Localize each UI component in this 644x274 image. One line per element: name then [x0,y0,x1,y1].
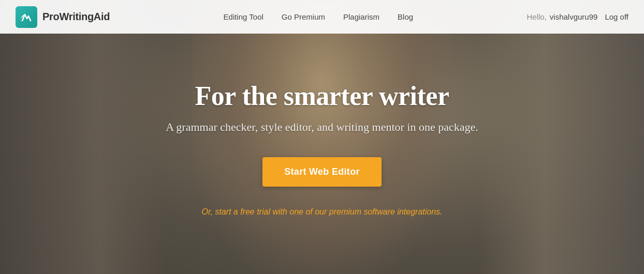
logo-icon [16,6,37,28]
nav-link-blog[interactable]: Blog [398,12,413,21]
hero-subtitle: A grammar checker, style editor, and wri… [166,120,478,134]
hero-title: For the smarter writer [195,81,449,111]
logo-svg [20,10,33,24]
nav-item-go-premium[interactable]: Go Premium [282,12,325,22]
hello-label: Hello, [526,12,546,21]
logo-link[interactable]: ProWritingAid [16,6,110,28]
hero-footer-text: Or, start a free trial with one of our p… [201,207,442,217]
nav-link-editing-tool[interactable]: Editing Tool [224,12,264,21]
nav-item-editing-tool[interactable]: Editing Tool [224,12,264,22]
hero-content: For the smarter writer A grammar checker… [0,0,644,274]
nav-item-blog[interactable]: Blog [398,12,413,22]
nav-link-plagiarism[interactable]: Plagiarism [343,12,379,21]
navbar: ProWritingAid Editing Tool Go Premium Pl… [0,0,644,34]
nav-link-go-premium[interactable]: Go Premium [282,12,325,21]
nav-links: Editing Tool Go Premium Plagiarism Blog [224,12,414,22]
start-web-editor-button[interactable]: Start Web Editor [262,157,381,187]
brand-name: ProWritingAid [42,11,110,23]
hero-container: ProWritingAid Editing Tool Go Premium Pl… [0,0,644,274]
username-label: vishalvguru99 [550,12,598,21]
nav-user-area: Hello, vishalvguru99 Log off [526,12,628,21]
nav-item-plagiarism[interactable]: Plagiarism [343,12,379,22]
logoff-link[interactable]: Log off [605,12,628,21]
